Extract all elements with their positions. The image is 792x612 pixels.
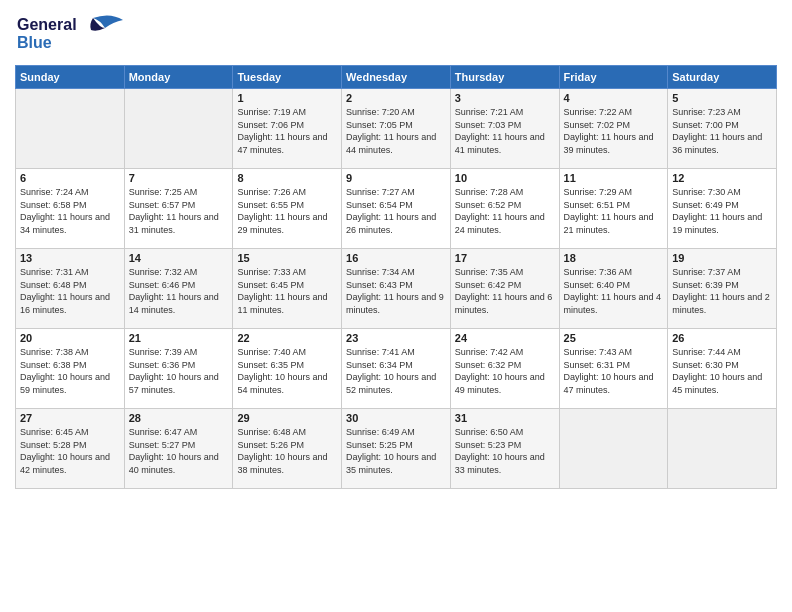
day-number: 27 <box>20 412 120 424</box>
day-info: Sunrise: 7:26 AM Sunset: 6:55 PM Dayligh… <box>237 186 337 236</box>
calendar-week-3: 13Sunrise: 7:31 AM Sunset: 6:48 PM Dayli… <box>16 249 777 329</box>
calendar-cell: 12Sunrise: 7:30 AM Sunset: 6:49 PM Dayli… <box>668 169 777 249</box>
calendar-cell: 9Sunrise: 7:27 AM Sunset: 6:54 PM Daylig… <box>342 169 451 249</box>
day-number: 15 <box>237 252 337 264</box>
calendar-week-2: 6Sunrise: 7:24 AM Sunset: 6:58 PM Daylig… <box>16 169 777 249</box>
weekday-header-friday: Friday <box>559 66 668 89</box>
calendar-cell: 15Sunrise: 7:33 AM Sunset: 6:45 PM Dayli… <box>233 249 342 329</box>
calendar-cell: 13Sunrise: 7:31 AM Sunset: 6:48 PM Dayli… <box>16 249 125 329</box>
calendar-body: 1Sunrise: 7:19 AM Sunset: 7:06 PM Daylig… <box>16 89 777 489</box>
calendar-table: SundayMondayTuesdayWednesdayThursdayFrid… <box>15 65 777 489</box>
day-number: 14 <box>129 252 229 264</box>
day-number: 22 <box>237 332 337 344</box>
calendar-cell: 6Sunrise: 7:24 AM Sunset: 6:58 PM Daylig… <box>16 169 125 249</box>
calendar-header: SundayMondayTuesdayWednesdayThursdayFrid… <box>16 66 777 89</box>
day-info: Sunrise: 7:28 AM Sunset: 6:52 PM Dayligh… <box>455 186 555 236</box>
day-info: Sunrise: 7:36 AM Sunset: 6:40 PM Dayligh… <box>564 266 664 316</box>
day-info: Sunrise: 7:34 AM Sunset: 6:43 PM Dayligh… <box>346 266 446 316</box>
day-number: 6 <box>20 172 120 184</box>
day-info: Sunrise: 7:23 AM Sunset: 7:00 PM Dayligh… <box>672 106 772 156</box>
calendar-cell: 7Sunrise: 7:25 AM Sunset: 6:57 PM Daylig… <box>124 169 233 249</box>
calendar-cell: 26Sunrise: 7:44 AM Sunset: 6:30 PM Dayli… <box>668 329 777 409</box>
calendar-cell: 11Sunrise: 7:29 AM Sunset: 6:51 PM Dayli… <box>559 169 668 249</box>
day-number: 4 <box>564 92 664 104</box>
calendar-cell: 17Sunrise: 7:35 AM Sunset: 6:42 PM Dayli… <box>450 249 559 329</box>
day-number: 9 <box>346 172 446 184</box>
day-number: 17 <box>455 252 555 264</box>
weekday-header-sunday: Sunday <box>16 66 125 89</box>
weekday-header-monday: Monday <box>124 66 233 89</box>
day-info: Sunrise: 7:35 AM Sunset: 6:42 PM Dayligh… <box>455 266 555 316</box>
day-info: Sunrise: 7:42 AM Sunset: 6:32 PM Dayligh… <box>455 346 555 396</box>
calendar-cell <box>16 89 125 169</box>
day-info: Sunrise: 7:33 AM Sunset: 6:45 PM Dayligh… <box>237 266 337 316</box>
calendar-cell: 14Sunrise: 7:32 AM Sunset: 6:46 PM Dayli… <box>124 249 233 329</box>
header-row: General Blue <box>15 10 777 59</box>
day-info: Sunrise: 7:39 AM Sunset: 6:36 PM Dayligh… <box>129 346 229 396</box>
calendar-cell: 24Sunrise: 7:42 AM Sunset: 6:32 PM Dayli… <box>450 329 559 409</box>
day-number: 12 <box>672 172 772 184</box>
day-number: 25 <box>564 332 664 344</box>
day-number: 13 <box>20 252 120 264</box>
day-number: 16 <box>346 252 446 264</box>
day-info: Sunrise: 7:22 AM Sunset: 7:02 PM Dayligh… <box>564 106 664 156</box>
day-info: Sunrise: 7:38 AM Sunset: 6:38 PM Dayligh… <box>20 346 120 396</box>
calendar-cell: 5Sunrise: 7:23 AM Sunset: 7:00 PM Daylig… <box>668 89 777 169</box>
day-number: 18 <box>564 252 664 264</box>
day-number: 30 <box>346 412 446 424</box>
calendar-cell: 2Sunrise: 7:20 AM Sunset: 7:05 PM Daylig… <box>342 89 451 169</box>
day-info: Sunrise: 6:49 AM Sunset: 5:25 PM Dayligh… <box>346 426 446 476</box>
day-info: Sunrise: 7:44 AM Sunset: 6:30 PM Dayligh… <box>672 346 772 396</box>
day-number: 8 <box>237 172 337 184</box>
weekday-header-wednesday: Wednesday <box>342 66 451 89</box>
calendar-cell: 10Sunrise: 7:28 AM Sunset: 6:52 PM Dayli… <box>450 169 559 249</box>
calendar-cell: 19Sunrise: 7:37 AM Sunset: 6:39 PM Dayli… <box>668 249 777 329</box>
calendar-cell: 20Sunrise: 7:38 AM Sunset: 6:38 PM Dayli… <box>16 329 125 409</box>
day-info: Sunrise: 7:21 AM Sunset: 7:03 PM Dayligh… <box>455 106 555 156</box>
calendar-cell: 23Sunrise: 7:41 AM Sunset: 6:34 PM Dayli… <box>342 329 451 409</box>
day-number: 29 <box>237 412 337 424</box>
day-number: 24 <box>455 332 555 344</box>
logo-text-block: General Blue <box>15 10 135 59</box>
day-info: Sunrise: 7:37 AM Sunset: 6:39 PM Dayligh… <box>672 266 772 316</box>
svg-text:Blue: Blue <box>17 34 52 51</box>
calendar-cell: 28Sunrise: 6:47 AM Sunset: 5:27 PM Dayli… <box>124 409 233 489</box>
calendar-cell: 4Sunrise: 7:22 AM Sunset: 7:02 PM Daylig… <box>559 89 668 169</box>
calendar-cell: 22Sunrise: 7:40 AM Sunset: 6:35 PM Dayli… <box>233 329 342 409</box>
calendar-week-5: 27Sunrise: 6:45 AM Sunset: 5:28 PM Dayli… <box>16 409 777 489</box>
day-info: Sunrise: 6:47 AM Sunset: 5:27 PM Dayligh… <box>129 426 229 476</box>
weekday-header-tuesday: Tuesday <box>233 66 342 89</box>
day-info: Sunrise: 6:45 AM Sunset: 5:28 PM Dayligh… <box>20 426 120 476</box>
calendar-cell: 30Sunrise: 6:49 AM Sunset: 5:25 PM Dayli… <box>342 409 451 489</box>
day-number: 10 <box>455 172 555 184</box>
day-info: Sunrise: 7:24 AM Sunset: 6:58 PM Dayligh… <box>20 186 120 236</box>
calendar-cell: 27Sunrise: 6:45 AM Sunset: 5:28 PM Dayli… <box>16 409 125 489</box>
calendar-week-4: 20Sunrise: 7:38 AM Sunset: 6:38 PM Dayli… <box>16 329 777 409</box>
day-number: 11 <box>564 172 664 184</box>
day-number: 20 <box>20 332 120 344</box>
day-number: 28 <box>129 412 229 424</box>
day-number: 2 <box>346 92 446 104</box>
calendar-cell: 8Sunrise: 7:26 AM Sunset: 6:55 PM Daylig… <box>233 169 342 249</box>
weekday-header-row: SundayMondayTuesdayWednesdayThursdayFrid… <box>16 66 777 89</box>
day-number: 31 <box>455 412 555 424</box>
calendar-week-1: 1Sunrise: 7:19 AM Sunset: 7:06 PM Daylig… <box>16 89 777 169</box>
day-number: 1 <box>237 92 337 104</box>
day-info: Sunrise: 7:31 AM Sunset: 6:48 PM Dayligh… <box>20 266 120 316</box>
calendar-cell <box>668 409 777 489</box>
calendar-cell: 25Sunrise: 7:43 AM Sunset: 6:31 PM Dayli… <box>559 329 668 409</box>
day-info: Sunrise: 7:41 AM Sunset: 6:34 PM Dayligh… <box>346 346 446 396</box>
day-info: Sunrise: 6:48 AM Sunset: 5:26 PM Dayligh… <box>237 426 337 476</box>
day-number: 26 <box>672 332 772 344</box>
day-info: Sunrise: 7:30 AM Sunset: 6:49 PM Dayligh… <box>672 186 772 236</box>
calendar-cell: 21Sunrise: 7:39 AM Sunset: 6:36 PM Dayli… <box>124 329 233 409</box>
calendar-cell: 16Sunrise: 7:34 AM Sunset: 6:43 PM Dayli… <box>342 249 451 329</box>
calendar-cell <box>124 89 233 169</box>
day-info: Sunrise: 6:50 AM Sunset: 5:23 PM Dayligh… <box>455 426 555 476</box>
svg-text:General: General <box>17 16 77 33</box>
day-info: Sunrise: 7:29 AM Sunset: 6:51 PM Dayligh… <box>564 186 664 236</box>
day-number: 19 <box>672 252 772 264</box>
calendar-cell: 31Sunrise: 6:50 AM Sunset: 5:23 PM Dayli… <box>450 409 559 489</box>
day-info: Sunrise: 7:20 AM Sunset: 7:05 PM Dayligh… <box>346 106 446 156</box>
day-number: 21 <box>129 332 229 344</box>
